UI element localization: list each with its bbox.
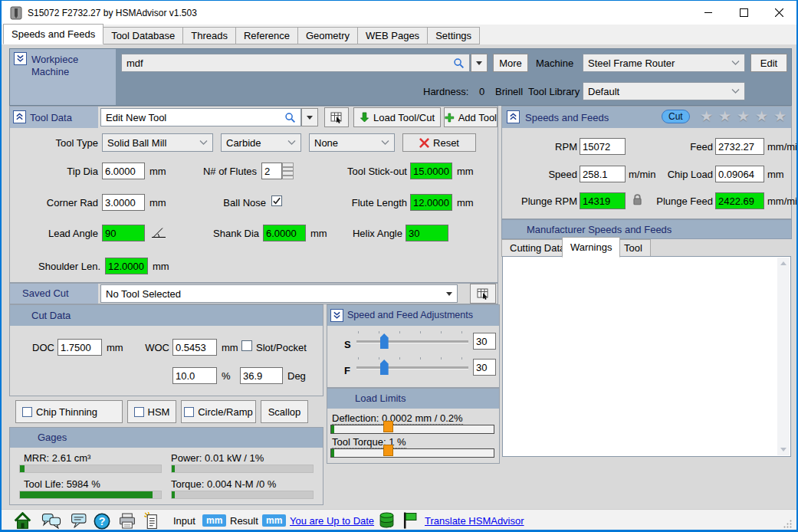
- shoulder-len-input[interactable]: [105, 258, 148, 274]
- saved-cut-browse-button[interactable]: [470, 284, 496, 304]
- spinner-up-icon[interactable]: [282, 163, 294, 171]
- update-status-link[interactable]: You are Up to Date: [290, 515, 374, 527]
- scroll-up-icon[interactable]: [780, 261, 787, 265]
- star-rating-5-icon[interactable]: ★: [773, 108, 787, 125]
- deflection-thumb[interactable]: [383, 421, 393, 432]
- spinner-down-icon[interactable]: [282, 171, 294, 179]
- flute-length-input[interactable]: [410, 194, 452, 211]
- star-rating-1-icon[interactable]: ★: [700, 108, 713, 125]
- scallop-button[interactable]: Scallop: [261, 400, 308, 423]
- star-rating-3-icon[interactable]: ★: [737, 108, 750, 125]
- tip-dia-input[interactable]: [102, 163, 145, 179]
- load-tool-cut-button[interactable]: Load Tool/Cut: [353, 107, 441, 127]
- flutes-spinner[interactable]: [282, 163, 294, 179]
- tool-search-combo[interactable]: Edit New Tool: [100, 108, 301, 126]
- warnings-text-area[interactable]: [502, 256, 791, 457]
- engage-angle-input[interactable]: [240, 367, 283, 384]
- maximize-button[interactable]: [726, 1, 761, 24]
- scroll-down-icon[interactable]: [780, 448, 787, 452]
- tool-data-collapse-button[interactable]: [13, 110, 26, 123]
- tool-browse-button[interactable]: [324, 107, 349, 127]
- home-icon[interactable]: [14, 512, 31, 530]
- report-notes-icon[interactable]: [144, 512, 159, 530]
- reset-button[interactable]: Reset: [402, 133, 476, 152]
- circle-ramp-checkbox[interactable]: [184, 407, 194, 417]
- chip-thinning-checkbox[interactable]: [22, 407, 32, 417]
- corner-rad-input[interactable]: [102, 194, 145, 211]
- tool-type-select[interactable]: Solid Ball Mill: [102, 133, 213, 152]
- tool-torque-thumb[interactable]: [383, 445, 393, 456]
- helix-angle-input[interactable]: [406, 225, 448, 241]
- machine-select[interactable]: Steel Frame Router: [583, 54, 745, 72]
- tool-coating-select[interactable]: None: [309, 133, 395, 152]
- add-tool-button[interactable]: Add Tool: [444, 107, 498, 127]
- circle-ramp-button[interactable]: Circle/Ramp: [181, 400, 256, 423]
- tab-reference[interactable]: Reference: [235, 27, 298, 44]
- hsm-button[interactable]: HSM: [127, 400, 176, 423]
- star-rating-4-icon[interactable]: ★: [755, 108, 768, 125]
- workpiece-collapse-button[interactable]: [14, 52, 27, 65]
- star-rating-2-icon[interactable]: ★: [718, 108, 731, 125]
- mfr-tab-tool[interactable]: Tool: [616, 239, 651, 257]
- tab-threads[interactable]: Threads: [182, 27, 236, 44]
- feedback-comment-icon[interactable]: [71, 513, 87, 529]
- load-tool-cut-label: Load Tool/Cut: [373, 112, 435, 123]
- close-button[interactable]: [761, 1, 796, 24]
- material-dropdown-button[interactable]: [471, 54, 488, 72]
- flute-length-label: Flute Length: [342, 197, 407, 209]
- ball-nose-checkbox[interactable]: [271, 195, 282, 206]
- speeds-feeds-collapse-button[interactable]: [507, 110, 520, 123]
- language-flag-icon[interactable]: [402, 511, 418, 530]
- stickout-input[interactable]: [410, 163, 452, 179]
- speed-adjust-slider[interactable]: [356, 331, 468, 351]
- adjustments-collapse-button[interactable]: [330, 309, 343, 322]
- tool-dropdown-button[interactable]: [301, 108, 318, 126]
- chip-thinning-button[interactable]: Chip Thinning: [15, 400, 123, 423]
- deflection-slider[interactable]: [330, 425, 494, 434]
- input-units-badge[interactable]: mm: [202, 514, 226, 527]
- print-icon[interactable]: [118, 513, 136, 529]
- rpm-input[interactable]: [580, 138, 626, 155]
- tab-settings[interactable]: Settings: [427, 27, 480, 44]
- plunge-feed-input[interactable]: [715, 192, 764, 209]
- flutes-input[interactable]: [261, 163, 282, 179]
- cut-badge[interactable]: Cut: [662, 110, 690, 123]
- warnings-scrollbar[interactable]: [777, 258, 790, 455]
- woc-percent-input[interactable]: [172, 367, 217, 384]
- feed-slider-thumb[interactable]: [380, 360, 389, 375]
- speed-adjust-value[interactable]: [473, 333, 496, 350]
- chip-load-input[interactable]: [715, 166, 764, 182]
- lead-angle-input[interactable]: [102, 225, 145, 241]
- slot-pocket-checkbox[interactable]: [241, 340, 252, 351]
- more-button[interactable]: More: [493, 54, 528, 72]
- tab-web-pages[interactable]: WEB Pages: [357, 27, 428, 44]
- edit-machine-button[interactable]: Edit: [750, 54, 787, 72]
- tab-tool-database[interactable]: Tool Database: [103, 27, 183, 44]
- plunge-rpm-input[interactable]: [580, 192, 626, 209]
- translate-link[interactable]: Translate HSMAdvisor: [425, 515, 524, 527]
- database-icon[interactable]: [379, 512, 395, 530]
- forum-chat-icon[interactable]: [41, 513, 61, 529]
- speed-input[interactable]: [580, 166, 626, 182]
- material-search-combo[interactable]: mdf: [121, 54, 470, 72]
- tool-material-select[interactable]: Carbide: [221, 133, 301, 152]
- hsm-checkbox[interactable]: [134, 407, 144, 417]
- feed-adjust-slider[interactable]: [356, 357, 468, 377]
- result-units-badge[interactable]: mm: [262, 514, 286, 527]
- shank-dia-input[interactable]: [263, 225, 306, 241]
- minimize-button[interactable]: [691, 1, 726, 24]
- speed-slider-thumb[interactable]: [380, 333, 389, 349]
- woc-input[interactable]: [172, 339, 217, 356]
- tool-torque-slider[interactable]: [330, 448, 494, 458]
- doc-input[interactable]: [57, 339, 102, 356]
- help-icon[interactable]: ?: [94, 513, 110, 530]
- tab-speeds-and-feeds[interactable]: Speeds and Feeds: [3, 24, 103, 44]
- saved-cut-combo[interactable]: No Tool Selected: [100, 284, 458, 303]
- tool-library-select[interactable]: Default: [583, 82, 745, 100]
- mfr-tab-warnings[interactable]: Warnings: [562, 237, 620, 258]
- feed-adjust-value[interactable]: [473, 359, 496, 376]
- tab-geometry[interactable]: Geometry: [297, 27, 358, 44]
- feed-input[interactable]: [715, 138, 764, 155]
- resize-grip[interactable]: [783, 520, 792, 528]
- cut-data-title: Cut Data: [31, 310, 71, 321]
